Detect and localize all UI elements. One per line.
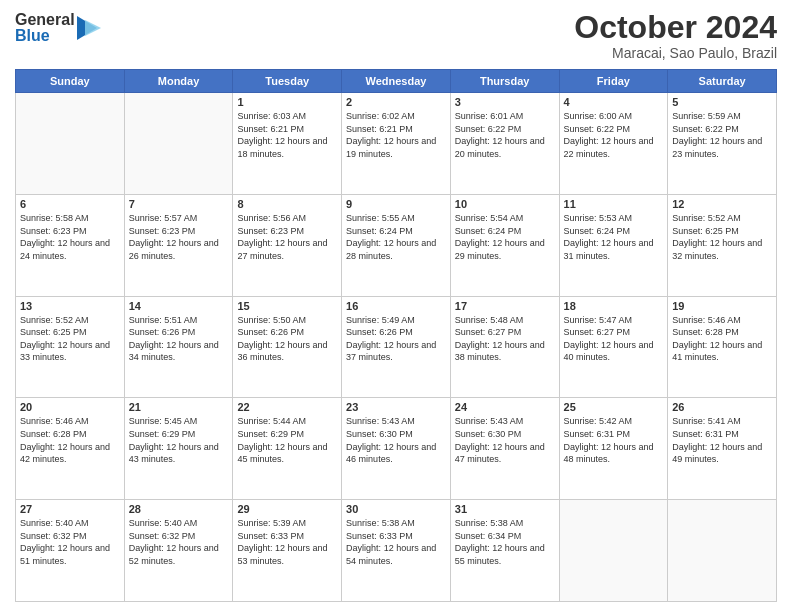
calendar-cell: 5 Sunrise: 5:59 AM Sunset: 6:22 PM Dayli… bbox=[668, 93, 777, 195]
day-number: 8 bbox=[237, 198, 337, 210]
day-number: 5 bbox=[672, 96, 772, 108]
calendar-cell: 17 Sunrise: 5:48 AM Sunset: 6:27 PM Dayl… bbox=[450, 296, 559, 398]
title-block: October 2024 Maracai, Sao Paulo, Brazil bbox=[574, 10, 777, 61]
sunset-label: Sunset: 6:33 PM bbox=[346, 531, 413, 541]
cell-info: Sunrise: 5:49 AM Sunset: 6:26 PM Dayligh… bbox=[346, 314, 446, 364]
day-number: 27 bbox=[20, 503, 120, 515]
sunrise-label: Sunrise: 5:46 AM bbox=[20, 416, 89, 426]
calendar-table: SundayMondayTuesdayWednesdayThursdayFrid… bbox=[15, 69, 777, 602]
cell-info: Sunrise: 5:48 AM Sunset: 6:27 PM Dayligh… bbox=[455, 314, 555, 364]
sunset-label: Sunset: 6:27 PM bbox=[564, 327, 631, 337]
cell-info: Sunrise: 5:42 AM Sunset: 6:31 PM Dayligh… bbox=[564, 415, 664, 465]
cell-info: Sunrise: 5:51 AM Sunset: 6:26 PM Dayligh… bbox=[129, 314, 229, 364]
daylight-label: Daylight: 12 hours and 52 minutes. bbox=[129, 543, 219, 566]
cell-info: Sunrise: 5:53 AM Sunset: 6:24 PM Dayligh… bbox=[564, 212, 664, 262]
daylight-label: Daylight: 12 hours and 47 minutes. bbox=[455, 442, 545, 465]
sunrise-label: Sunrise: 5:47 AM bbox=[564, 315, 633, 325]
calendar-cell: 21 Sunrise: 5:45 AM Sunset: 6:29 PM Dayl… bbox=[124, 398, 233, 500]
sunset-label: Sunset: 6:28 PM bbox=[20, 429, 87, 439]
sunset-label: Sunset: 6:32 PM bbox=[20, 531, 87, 541]
cell-info: Sunrise: 5:39 AM Sunset: 6:33 PM Dayligh… bbox=[237, 517, 337, 567]
day-number: 30 bbox=[346, 503, 446, 515]
day-number: 14 bbox=[129, 300, 229, 312]
daylight-label: Daylight: 12 hours and 40 minutes. bbox=[564, 340, 654, 363]
day-number: 15 bbox=[237, 300, 337, 312]
daylight-label: Daylight: 12 hours and 27 minutes. bbox=[237, 238, 327, 261]
calendar-cell: 22 Sunrise: 5:44 AM Sunset: 6:29 PM Dayl… bbox=[233, 398, 342, 500]
daylight-label: Daylight: 12 hours and 42 minutes. bbox=[20, 442, 110, 465]
sunrise-label: Sunrise: 5:56 AM bbox=[237, 213, 306, 223]
sunset-label: Sunset: 6:22 PM bbox=[672, 124, 739, 134]
day-number: 19 bbox=[672, 300, 772, 312]
cell-info: Sunrise: 5:57 AM Sunset: 6:23 PM Dayligh… bbox=[129, 212, 229, 262]
sunrise-label: Sunrise: 6:02 AM bbox=[346, 111, 415, 121]
day-number: 9 bbox=[346, 198, 446, 210]
sunrise-label: Sunrise: 5:51 AM bbox=[129, 315, 198, 325]
calendar-cell: 30 Sunrise: 5:38 AM Sunset: 6:33 PM Dayl… bbox=[342, 500, 451, 602]
weekday-header-cell: Thursday bbox=[450, 70, 559, 93]
cell-info: Sunrise: 5:46 AM Sunset: 6:28 PM Dayligh… bbox=[20, 415, 120, 465]
sunset-label: Sunset: 6:33 PM bbox=[237, 531, 304, 541]
cell-info: Sunrise: 5:52 AM Sunset: 6:25 PM Dayligh… bbox=[672, 212, 772, 262]
cell-info: Sunrise: 5:58 AM Sunset: 6:23 PM Dayligh… bbox=[20, 212, 120, 262]
daylight-label: Daylight: 12 hours and 55 minutes. bbox=[455, 543, 545, 566]
day-number: 16 bbox=[346, 300, 446, 312]
cell-info: Sunrise: 5:43 AM Sunset: 6:30 PM Dayligh… bbox=[455, 415, 555, 465]
sunset-label: Sunset: 6:27 PM bbox=[455, 327, 522, 337]
calendar-week-row: 6 Sunrise: 5:58 AM Sunset: 6:23 PM Dayli… bbox=[16, 194, 777, 296]
day-number: 18 bbox=[564, 300, 664, 312]
sunset-label: Sunset: 6:23 PM bbox=[237, 226, 304, 236]
calendar-week-row: 27 Sunrise: 5:40 AM Sunset: 6:32 PM Dayl… bbox=[16, 500, 777, 602]
calendar-cell: 7 Sunrise: 5:57 AM Sunset: 6:23 PM Dayli… bbox=[124, 194, 233, 296]
weekday-header-row: SundayMondayTuesdayWednesdayThursdayFrid… bbox=[16, 70, 777, 93]
calendar-cell: 13 Sunrise: 5:52 AM Sunset: 6:25 PM Dayl… bbox=[16, 296, 125, 398]
calendar-body: 1 Sunrise: 6:03 AM Sunset: 6:21 PM Dayli… bbox=[16, 93, 777, 602]
day-number: 24 bbox=[455, 401, 555, 413]
sunrise-label: Sunrise: 5:38 AM bbox=[346, 518, 415, 528]
daylight-label: Daylight: 12 hours and 53 minutes. bbox=[237, 543, 327, 566]
calendar-cell: 18 Sunrise: 5:47 AM Sunset: 6:27 PM Dayl… bbox=[559, 296, 668, 398]
sunrise-label: Sunrise: 5:53 AM bbox=[564, 213, 633, 223]
daylight-label: Daylight: 12 hours and 23 minutes. bbox=[672, 136, 762, 159]
daylight-label: Daylight: 12 hours and 22 minutes. bbox=[564, 136, 654, 159]
sunset-label: Sunset: 6:31 PM bbox=[672, 429, 739, 439]
calendar-cell: 31 Sunrise: 5:38 AM Sunset: 6:34 PM Dayl… bbox=[450, 500, 559, 602]
sunrise-label: Sunrise: 5:44 AM bbox=[237, 416, 306, 426]
calendar-cell: 25 Sunrise: 5:42 AM Sunset: 6:31 PM Dayl… bbox=[559, 398, 668, 500]
sunrise-label: Sunrise: 5:52 AM bbox=[20, 315, 89, 325]
calendar-cell: 20 Sunrise: 5:46 AM Sunset: 6:28 PM Dayl… bbox=[16, 398, 125, 500]
daylight-label: Daylight: 12 hours and 33 minutes. bbox=[20, 340, 110, 363]
sunset-label: Sunset: 6:25 PM bbox=[672, 226, 739, 236]
sunset-label: Sunset: 6:34 PM bbox=[455, 531, 522, 541]
calendar-week-row: 13 Sunrise: 5:52 AM Sunset: 6:25 PM Dayl… bbox=[16, 296, 777, 398]
calendar-cell: 12 Sunrise: 5:52 AM Sunset: 6:25 PM Dayl… bbox=[668, 194, 777, 296]
day-number: 22 bbox=[237, 401, 337, 413]
day-number: 17 bbox=[455, 300, 555, 312]
location: Maracai, Sao Paulo, Brazil bbox=[574, 45, 777, 61]
sunrise-label: Sunrise: 5:52 AM bbox=[672, 213, 741, 223]
sunset-label: Sunset: 6:24 PM bbox=[455, 226, 522, 236]
day-number: 2 bbox=[346, 96, 446, 108]
daylight-label: Daylight: 12 hours and 37 minutes. bbox=[346, 340, 436, 363]
weekday-header-cell: Saturday bbox=[668, 70, 777, 93]
page: General Blue October 2024 Maracai, Sao P… bbox=[0, 0, 792, 612]
sunrise-label: Sunrise: 5:55 AM bbox=[346, 213, 415, 223]
day-number: 26 bbox=[672, 401, 772, 413]
sunset-label: Sunset: 6:30 PM bbox=[346, 429, 413, 439]
calendar-cell: 14 Sunrise: 5:51 AM Sunset: 6:26 PM Dayl… bbox=[124, 296, 233, 398]
daylight-label: Daylight: 12 hours and 24 minutes. bbox=[20, 238, 110, 261]
sunrise-label: Sunrise: 5:50 AM bbox=[237, 315, 306, 325]
sunrise-label: Sunrise: 5:59 AM bbox=[672, 111, 741, 121]
sunset-label: Sunset: 6:23 PM bbox=[20, 226, 87, 236]
sunrise-label: Sunrise: 5:46 AM bbox=[672, 315, 741, 325]
daylight-label: Daylight: 12 hours and 31 minutes. bbox=[564, 238, 654, 261]
month-title: October 2024 bbox=[574, 10, 777, 45]
day-number: 4 bbox=[564, 96, 664, 108]
cell-info: Sunrise: 5:38 AM Sunset: 6:34 PM Dayligh… bbox=[455, 517, 555, 567]
sunrise-label: Sunrise: 5:43 AM bbox=[455, 416, 524, 426]
daylight-label: Daylight: 12 hours and 43 minutes. bbox=[129, 442, 219, 465]
day-number: 29 bbox=[237, 503, 337, 515]
day-number: 31 bbox=[455, 503, 555, 515]
cell-info: Sunrise: 5:59 AM Sunset: 6:22 PM Dayligh… bbox=[672, 110, 772, 160]
sunset-label: Sunset: 6:26 PM bbox=[346, 327, 413, 337]
